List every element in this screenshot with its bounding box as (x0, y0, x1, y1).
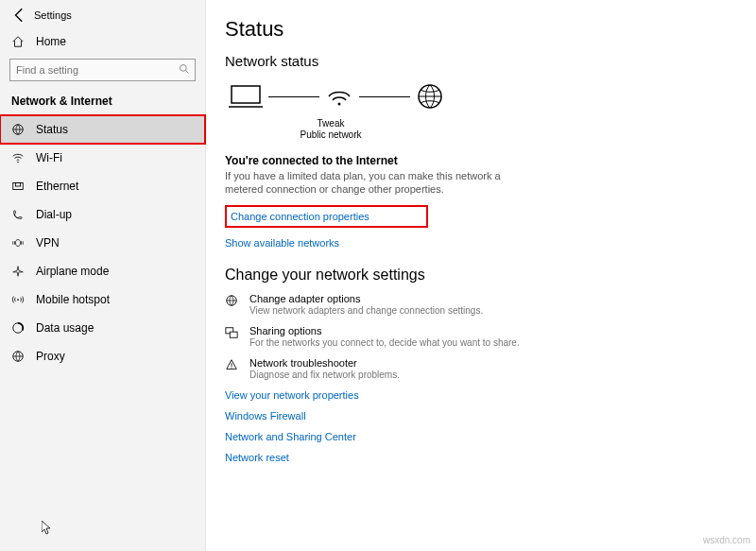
nav-item-datausage[interactable]: Data usage (0, 314, 205, 342)
network-diagram (229, 77, 756, 116)
wifi-diagram-icon (325, 83, 353, 110)
adapter-icon (225, 293, 249, 316)
airplane-icon (11, 265, 32, 278)
search-input[interactable] (9, 59, 196, 81)
show-available-networks-link[interactable]: Show available networks (225, 237, 339, 249)
change-connection-properties-link[interactable]: Change connection properties (231, 211, 369, 222)
nav-item-hotspot[interactable]: Mobile hotspot (0, 285, 205, 314)
ethernet-icon (11, 180, 32, 193)
search-icon (179, 63, 190, 75)
nav-item-vpn[interactable]: VPN (0, 229, 205, 257)
settings-title: Settings (34, 9, 72, 21)
svg-point-0 (180, 65, 187, 72)
option-sharing[interactable]: Sharing options For the networks you con… (225, 325, 584, 348)
home-label: Home (36, 35, 66, 48)
svg-rect-5 (15, 183, 20, 187)
network-status-heading: Network status (225, 53, 756, 69)
option-sub: View network adapters and change connect… (249, 305, 483, 316)
view-network-properties-link[interactable]: View your network properties (225, 389, 756, 401)
nav-item-dialup[interactable]: Dial-up (0, 200, 205, 229)
troubleshooter-icon (225, 357, 249, 380)
computer-icon (229, 83, 263, 110)
nav-label: Proxy (36, 350, 65, 363)
proxy-icon (11, 350, 32, 363)
svg-rect-14 (230, 332, 237, 337)
connected-title: You're connected to the Internet (225, 154, 756, 167)
option-adapter[interactable]: Change adapter options View network adap… (225, 293, 584, 316)
dialup-icon (11, 208, 32, 221)
nav-item-proxy[interactable]: Proxy (0, 342, 205, 370)
windows-firewall-link[interactable]: Windows Firewall (225, 410, 756, 422)
wifi-icon (11, 151, 32, 164)
network-reset-link[interactable]: Network reset (225, 452, 756, 463)
status-icon (11, 123, 32, 136)
datausage-icon (11, 321, 32, 335)
nav-label: Data usage (36, 321, 94, 335)
option-title: Sharing options (249, 325, 520, 336)
nav-label: Dial-up (36, 208, 72, 221)
svg-point-10 (338, 103, 341, 106)
svg-point-6 (17, 299, 19, 301)
home-button[interactable]: Home (0, 28, 205, 55)
nav-label: Mobile hotspot (36, 293, 110, 306)
page-title: Status (225, 17, 756, 42)
svg-line-1 (186, 71, 189, 74)
nav-label: Wi-Fi (36, 151, 62, 164)
nav-label: Ethernet (36, 180, 78, 193)
svg-point-3 (17, 162, 18, 163)
change-settings-heading: Change your network settings (225, 267, 756, 284)
option-troubleshooter[interactable]: Network troubleshooter Diagnose and fix … (225, 357, 584, 380)
title-bar: Settings (0, 8, 205, 28)
connected-desc: If you have a limited data plan, you can… (225, 169, 518, 196)
sharing-icon (225, 325, 249, 348)
cursor-icon (42, 521, 53, 536)
nav-label: Airplane mode (36, 265, 109, 278)
nav-item-ethernet[interactable]: Ethernet (0, 172, 205, 200)
vpn-icon (11, 236, 32, 250)
highlight-change-props: Change connection properties (225, 205, 428, 228)
option-sub: Diagnose and fix network problems. (249, 370, 400, 380)
globe-diagram-icon (416, 82, 444, 111)
diagram-caption: Tweak Public network (293, 118, 369, 141)
nav-label: Status (36, 123, 68, 136)
back-icon[interactable] (11, 7, 28, 24)
nav-item-airplane[interactable]: Airplane mode (0, 257, 205, 285)
hotspot-icon (11, 293, 32, 306)
svg-rect-9 (232, 86, 260, 103)
network-sharing-center-link[interactable]: Network and Sharing Center (225, 431, 756, 442)
home-icon (11, 35, 30, 48)
option-title: Change adapter options (249, 293, 483, 304)
nav-label: VPN (36, 236, 60, 250)
option-title: Network troubleshooter (249, 357, 400, 369)
section-header: Network & Internet (0, 91, 205, 115)
watermark: wsxdn.com (703, 535, 750, 545)
svg-point-16 (231, 368, 232, 369)
nav-item-status[interactable]: Status (0, 115, 205, 144)
nav-item-wifi[interactable]: Wi-Fi (0, 144, 205, 172)
option-sub: For the networks you connect to, decide … (249, 337, 520, 348)
